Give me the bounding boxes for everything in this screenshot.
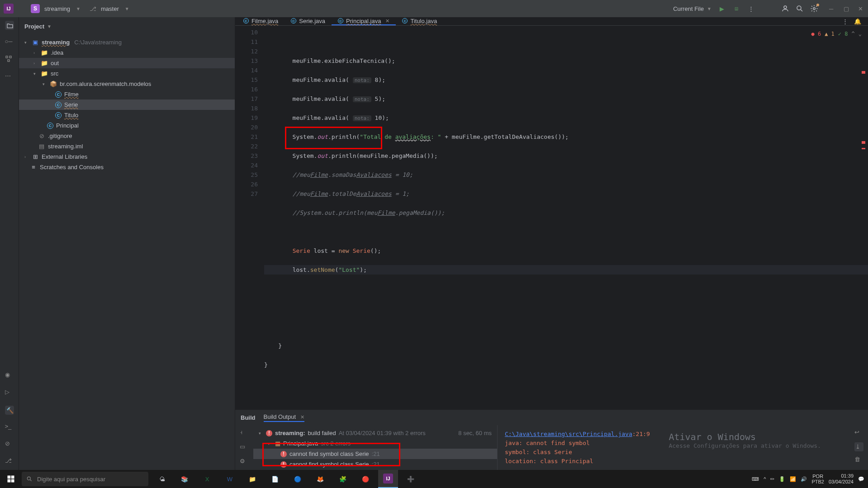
more-icon[interactable]: ⋮ [747, 5, 755, 13]
tray-chevron-icon[interactable]: ^ [764, 476, 766, 482]
taskbar-app[interactable]: 📚 [175, 470, 194, 488]
tray-volume-icon[interactable]: 🔊 [801, 476, 807, 482]
tray-language[interactable]: POR PTB2 [811, 474, 824, 484]
build-tabs: Build Build Output ✕ [235, 410, 868, 425]
chevron-down-icon: ▼ [47, 24, 52, 29]
clear-icon[interactable]: 🗑 [854, 456, 863, 465]
run-tool-icon[interactable]: ▷ [5, 389, 14, 398]
svg-rect-8 [11, 476, 14, 479]
account-icon[interactable] [781, 5, 789, 13]
terminal-tool-icon[interactable]: >_ [5, 423, 14, 432]
filter-icon[interactable]: ⫞ [240, 429, 249, 438]
tray-notifications-icon[interactable]: 💬 [858, 476, 864, 482]
run-config-selector[interactable]: Current File ▼ [673, 5, 711, 12]
tab-filme[interactable]: C Filme.java [237, 17, 285, 25]
taskbar-app-edge[interactable]: 🔵 [288, 470, 308, 488]
taskbar-app-intellij[interactable]: IJ [378, 470, 398, 488]
minimize-button[interactable]: ─ [829, 5, 835, 12]
build-error-row[interactable]: ! cannot find symbol class Serie :21 [253, 459, 497, 469]
build-error-row[interactable]: ! cannot find symbol class Serie :21 [253, 449, 497, 459]
svg-rect-6 [8, 60, 9, 62]
taskbar-app[interactable]: 📄 [265, 470, 285, 488]
tree-scratches[interactable]: ≡ Scratches and Consoles [19, 162, 235, 172]
project-panel-header[interactable]: Project ▼ [19, 17, 235, 35]
svg-line-2 [801, 9, 802, 11]
close-button[interactable]: ✕ [858, 5, 864, 12]
run-button[interactable]: ▶ [718, 5, 726, 13]
maximize-button[interactable]: ▢ [844, 5, 850, 12]
tray-clock[interactable]: 01:39 03/04/2024 [829, 473, 854, 485]
tree-class-principal[interactable]: C Principal [19, 120, 235, 131]
notifications-icon[interactable]: 🔔 [854, 17, 862, 25]
taskbar-search[interactable]: Digite aqui para pesquisar [22, 472, 148, 486]
project-name[interactable]: streaming [44, 5, 70, 12]
tab-serie[interactable]: C Serie.java [285, 17, 332, 25]
tab-titulo[interactable]: C Titulo.java [396, 17, 443, 25]
settings-icon[interactable] [810, 5, 818, 13]
branch-name[interactable]: master [101, 5, 119, 12]
debug-button[interactable]: ⧆ [732, 5, 740, 13]
tree-external-libs[interactable]: › ⊞ External Libraries [19, 152, 235, 162]
soft-wrap-icon[interactable]: ↩ [854, 429, 863, 438]
build-header-row[interactable]: ▾ ! streaming: build failed At 03/04/202… [253, 428, 497, 438]
tree-class-serie[interactable]: C Serie [19, 99, 235, 110]
search-icon[interactable] [796, 5, 804, 13]
inspection-summary[interactable]: ● 6 ▲ 1 ✓ 8 ^ ⌄ [811, 29, 862, 39]
build-tab-output[interactable]: Build Output ✕ [264, 413, 304, 422]
main-menu-button[interactable] [18, 5, 26, 13]
more-tools-icon[interactable]: ⋯ [5, 72, 14, 81]
taskbar-app[interactable]: 🌤 [152, 470, 172, 488]
tab-principal[interactable]: C Principal.java ✕ [332, 17, 396, 25]
editor-area: C Filme.java C Serie.java C Principal.ja… [235, 17, 868, 470]
chevron-down-icon: ▼ [707, 6, 711, 11]
project-panel: Project ▼ ▾ ▣ streaming C:\Java\streamin… [19, 17, 235, 470]
system-tray: ⌨ ^ ✏ 🔋 📶 🔊 POR PTB2 01:39 03/04/2024 💬 [752, 473, 868, 485]
code-content[interactable]: meuFilme.exibeFichaTecnica(); meuFilme.a… [264, 26, 868, 409]
tree-file-iml[interactable]: ▤ streaming.iml [19, 141, 235, 152]
collapse-icon[interactable]: ▭ [240, 443, 249, 452]
problems-tool-icon[interactable]: ⊘ [5, 440, 14, 449]
tray-wifi-icon[interactable]: 📶 [790, 476, 796, 482]
tree-folder-out[interactable]: › 📁 out [19, 58, 235, 68]
taskbar-app[interactable]: 🧩 [333, 470, 353, 488]
svg-rect-10 [11, 479, 14, 483]
taskbar-app-word[interactable]: W [220, 470, 240, 488]
close-icon[interactable]: ✕ [385, 18, 389, 24]
taskbar-app-firefox[interactable]: 🦊 [310, 470, 330, 488]
chevron-down-icon: ▼ [76, 6, 81, 11]
structure-tool-icon[interactable] [5, 55, 14, 64]
tree-package[interactable]: ▾ 📦 br.com.alura.screenmatch.modelos [19, 79, 235, 89]
start-button[interactable] [0, 470, 22, 488]
svg-rect-7 [8, 476, 11, 479]
build-tab-build[interactable]: Build [241, 414, 256, 421]
tree-class-titulo[interactable]: C Titulo [19, 110, 235, 120]
services-tool-icon[interactable]: ◉ [5, 371, 14, 380]
commit-tool-icon[interactable]: ○─ [5, 38, 14, 47]
scroll-end-icon[interactable]: ⤓ [854, 442, 863, 451]
chevron-down-icon: ▼ [125, 6, 129, 11]
tree-folder-idea[interactable]: › 📁 .idea [19, 47, 235, 58]
taskbar-app[interactable]: ➕ [401, 470, 421, 488]
tree-file-gitignore[interactable]: ⊘ .gitignore [19, 131, 235, 141]
error-file-link[interactable]: C:\Java\streaming\src\Principal.java [505, 431, 632, 437]
taskbar-app-explorer[interactable]: 📁 [242, 470, 262, 488]
tray-battery-icon[interactable]: 🔋 [779, 476, 785, 482]
project-tool-icon[interactable] [5, 21, 14, 30]
ide-logo: IJ [4, 4, 14, 14]
settings-icon[interactable]: ⚙ [240, 458, 249, 467]
tray-icon[interactable]: ⌨ [752, 476, 759, 482]
tray-icon[interactable]: ✏ [770, 476, 774, 482]
build-file-row[interactable]: ▾ ▦ Principal.java src 2 errors [253, 438, 497, 449]
svg-point-1 [797, 6, 801, 10]
tree-folder-src[interactable]: ▾ 📁 src [19, 68, 235, 79]
tree-root[interactable]: ▾ ▣ streaming C:\Java\streaming [19, 37, 235, 47]
git-tool-icon[interactable]: ⎇ [5, 457, 14, 466]
taskbar-app-excel[interactable]: X [197, 470, 217, 488]
close-icon[interactable]: ✕ [300, 414, 304, 420]
editor-body[interactable]: 101112131415161718192021222324252627 meu… [235, 26, 868, 409]
taskbar-app-chrome[interactable]: 🔴 [356, 470, 375, 488]
build-tool-icon[interactable]: 🔨 [5, 406, 14, 415]
editor-more-icon[interactable]: ⋮ [841, 17, 849, 25]
tree-class-filme[interactable]: C Filme [19, 89, 235, 99]
project-badge: S [31, 4, 40, 13]
